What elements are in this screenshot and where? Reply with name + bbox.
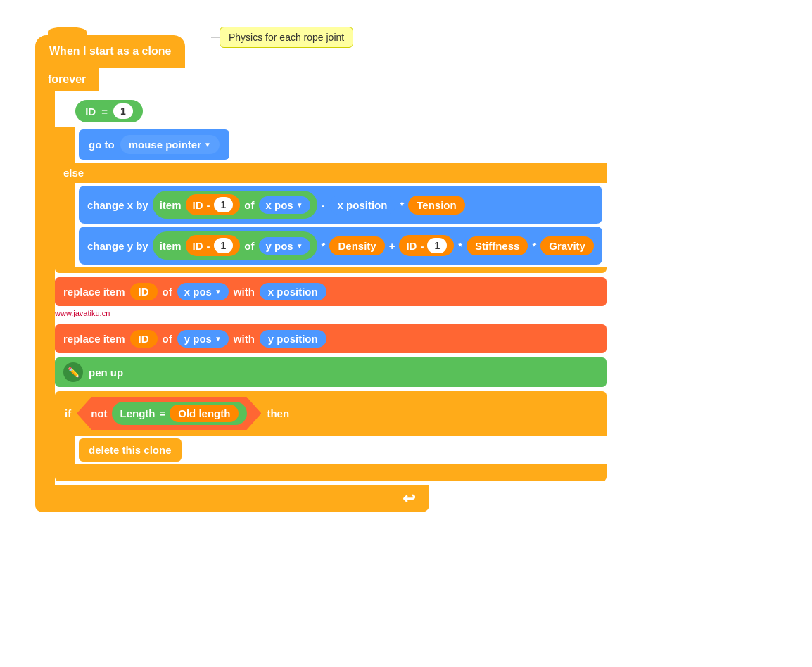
times-sign-y3: *	[532, 240, 536, 252]
equals-sign: =	[101, 106, 108, 117]
item-label-2: item	[160, 240, 182, 252]
mouse-pointer-label: mouse pointer	[129, 139, 201, 151]
x-position-oval: x position	[329, 196, 396, 215]
y-position-oval: y position	[260, 330, 326, 348]
forever-label: forever	[35, 68, 99, 91]
plus-sign: +	[389, 240, 395, 252]
of-label-x: of	[244, 199, 254, 211]
then-label-2: then	[267, 407, 289, 419]
stiffness-oval: Stiffness	[467, 236, 528, 255]
loop-arrow-icon: ↩	[402, 490, 415, 508]
y-pos-label: y pos	[266, 240, 293, 252]
else-body: change x by item ID - 1 of	[55, 183, 607, 267]
minus-1: -	[207, 199, 210, 211]
if-not-then-content: delete this clone	[75, 436, 186, 464]
id-label-x: ID	[193, 199, 203, 211]
watermark-text: www.javatiku.cn	[55, 309, 110, 317]
comment-text: Physics for each rope joint	[220, 27, 353, 48]
of-label-y: of	[244, 240, 254, 252]
old-length-label: Old length	[178, 407, 230, 419]
x-pos-arrow-icon: ▼	[296, 201, 303, 209]
minus-sign-x: -	[322, 199, 325, 211]
x-pos-label-2: x pos	[184, 286, 212, 298]
replace-item-label-2: replace item	[63, 333, 125, 345]
if-not-then-body: delete this clone	[55, 436, 607, 464]
x-pos-dropdown[interactable]: x pos ▼	[259, 196, 310, 214]
tension-oval: Tension	[408, 196, 464, 215]
density-oval: Density	[329, 236, 384, 255]
pen-up-block[interactable]: ✏️ pen up	[55, 357, 607, 387]
with-label-x: with	[234, 286, 255, 298]
else-label: else	[63, 167, 84, 179]
mouse-pointer-dropdown[interactable]: mouse pointer ▼	[120, 135, 220, 154]
scratch-canvas: Physics for each rope joint When I start…	[14, 14, 798, 533]
x-pos-arrow-icon-2: ▼	[215, 288, 222, 296]
pen-up-label: pen up	[89, 367, 123, 379]
gravity-oval: Gravity	[540, 236, 594, 255]
density-label: Density	[338, 240, 376, 252]
y-pos-dropdown[interactable]: y pos ▼	[259, 237, 310, 255]
x-pos-dropdown-2[interactable]: x pos ▼	[177, 283, 229, 300]
stiffness-label: Stiffness	[475, 240, 519, 252]
times-sign-y1: *	[322, 240, 326, 252]
x-pos-label: x pos	[266, 199, 293, 211]
replace-id-y: ID	[139, 333, 149, 345]
id-label: ID	[85, 106, 96, 117]
one-val-y: 1	[214, 238, 234, 253]
x-position-label: x position	[338, 199, 388, 211]
with-label-y: with	[234, 333, 255, 345]
replace-id-oval-y: ID	[130, 330, 158, 348]
go-to-label: go to	[89, 139, 115, 151]
change-y-block[interactable]: change y by item ID - 1 of	[79, 227, 602, 265]
delete-clone-block[interactable]: delete this clone	[79, 438, 182, 462]
outer-hat-block: When I start as a clone forever if ID	[35, 35, 612, 512]
minus-2: -	[207, 240, 210, 252]
id-equals-condition[interactable]: ID = 1	[75, 100, 143, 122]
length-label: Length	[120, 407, 156, 419]
if-block: if ID = 1 then	[55, 96, 607, 273]
dropdown-arrow-icon: ▼	[204, 141, 211, 148]
minus-3: -	[420, 240, 424, 252]
hat-label: When I start as a clone	[49, 45, 171, 57]
one-val-y2: 1	[427, 238, 447, 253]
comment-balloon: Physics for each rope joint	[211, 27, 353, 48]
y-pos-arrow-icon: ▼	[296, 242, 303, 250]
not-condition: not Length = Old length	[77, 397, 261, 430]
if-row: if ID = 1 then	[55, 96, 607, 127]
equals-2: =	[160, 407, 166, 419]
change-x-block[interactable]: change x by item ID - 1 of	[79, 186, 602, 224]
y-position-label: y position	[268, 333, 318, 345]
id-minus-1-x: ID - 1	[186, 194, 241, 215]
replace-x-block[interactable]: replace item ID of x pos ▼ with x positi…	[55, 277, 607, 306]
times-sign-x: *	[400, 199, 404, 211]
id-minus-1-y2: ID - 1	[399, 235, 454, 256]
pen-icon: ✏️	[63, 362, 83, 382]
delete-clone-label: delete this clone	[89, 444, 172, 456]
else-content: change x by item ID - 1 of	[75, 183, 607, 267]
y-pos-dropdown-2[interactable]: y pos ▼	[177, 330, 229, 348]
replace-y-block[interactable]: replace item ID of y pos ▼ with y positi…	[55, 324, 607, 353]
id-label-y: ID	[193, 240, 203, 252]
change-y-expr: item ID - 1 of y pos ▼	[153, 231, 317, 260]
then-body: go to mouse pointer ▼	[55, 127, 607, 163]
change-y-label: change y by	[87, 240, 148, 252]
tension-label: Tension	[417, 199, 456, 211]
id-label-y2: ID	[406, 240, 417, 252]
go-to-block[interactable]: go to mouse pointer ▼	[79, 129, 229, 160]
one-value[interactable]: 1	[113, 103, 133, 119]
change-x-label: change x by	[87, 199, 148, 211]
forever-body: if ID = 1 then	[35, 91, 612, 485]
of-label-rx: of	[163, 286, 172, 298]
replace-id-oval-x: ID	[130, 283, 158, 300]
if-label: if	[63, 106, 70, 117]
then-label: then	[148, 106, 171, 117]
replace-item-label-1: replace item	[63, 286, 125, 298]
else-row: else	[55, 163, 607, 183]
length-equals-condition: Length = Old length	[112, 402, 248, 425]
if-not-row: if not Length = Old length	[55, 391, 607, 436]
if-not-block: if not Length = Old length	[55, 391, 607, 481]
one-val-x: 1	[214, 197, 234, 212]
item-label-1: item	[160, 199, 182, 211]
gravity-label: Gravity	[549, 240, 585, 252]
if-label-2: if	[65, 407, 71, 419]
